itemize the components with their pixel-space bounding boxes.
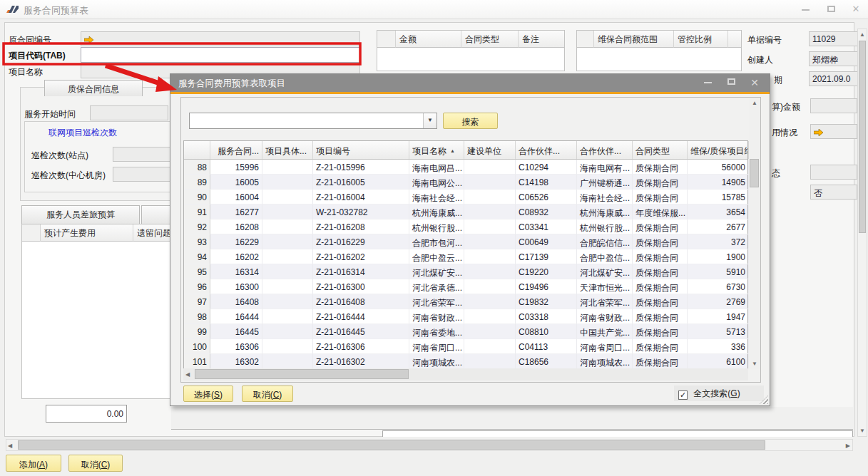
table-cell[interactable]: 16229 — [210, 234, 262, 249]
table-cell[interactable]: 97 — [184, 294, 210, 309]
table-cell[interactable]: C19496 — [516, 279, 577, 294]
table-cell[interactable]: 2677 — [688, 219, 749, 234]
table-cell[interactable]: 质保期合同 — [633, 339, 688, 354]
table-cell[interactable]: Z-21-016408 — [313, 294, 409, 309]
table-cell[interactable] — [464, 309, 516, 324]
table-cell[interactable]: C18656 — [516, 354, 577, 369]
status-field[interactable] — [810, 165, 857, 180]
combo-dropdown-icon[interactable]: ▼ — [423, 113, 436, 128]
table-cell[interactable]: 94 — [184, 249, 210, 264]
table-cell[interactable]: 中国共产党... — [577, 324, 633, 339]
table-cell[interactable] — [262, 279, 313, 294]
table-cell[interactable]: 河北省承德... — [409, 279, 464, 294]
table-cell[interactable] — [262, 175, 313, 190]
table-cell[interactable] — [464, 339, 516, 354]
dialog-hscrollbar[interactable]: ◀ — [183, 368, 748, 381]
table-cell[interactable]: 海南电网有... — [577, 160, 633, 175]
dialog-titlebar[interactable]: 服务合同费用预算表取项目 ✕ — [170, 74, 770, 92]
table-row[interactable]: 9816444Z-21-016444河南省财政...C03318河南省财政...… — [184, 309, 747, 324]
table-cell[interactable] — [262, 160, 313, 175]
table-cell[interactable] — [262, 205, 313, 219]
table-cell[interactable]: Z-21-015996 — [313, 160, 409, 175]
table-cell[interactable]: 河南项城农... — [577, 354, 633, 369]
table-row[interactable]: 9316229Z-21-016229合肥市包河...C00649合肥皖信信...… — [184, 234, 747, 249]
scroll-up-icon[interactable]: ▲ — [752, 100, 757, 106]
table-cell[interactable]: 质保期合同 — [633, 175, 688, 190]
table-cell[interactable]: 56000 — [688, 160, 749, 175]
table-cell[interactable]: C19220 — [516, 264, 577, 279]
table-row[interactable]: 9516314Z-21-016314河北煤矿安...C19220河北煤矿安...… — [184, 264, 747, 279]
table-cell[interactable]: 河南省委地... — [409, 324, 464, 339]
table-cell[interactable]: 99 — [184, 324, 210, 339]
amount-total-field[interactable]: 0.00 — [46, 405, 127, 423]
table-row[interactable]: 9016004Z-21-016004海南社会经...C06526海南社会经...… — [184, 190, 747, 205]
scroll-down-icon[interactable]: ▼ — [859, 428, 865, 434]
table-cell[interactable]: 16208 — [210, 219, 262, 234]
table-cell[interactable]: 95 — [184, 264, 210, 279]
table-cell[interactable]: 合肥中盈信... — [577, 249, 633, 264]
table-cell[interactable]: 合肥市包河... — [409, 234, 464, 249]
table-cell[interactable]: W-21-032782 — [313, 205, 409, 219]
table-cell[interactable]: Z-21-016306 — [313, 339, 409, 354]
table-cell[interactable]: Z-21-016208 — [313, 219, 409, 234]
table-cell[interactable]: Z-21-016445 — [313, 324, 409, 339]
ratio-header[interactable]: 管控比例 — [674, 31, 728, 48]
table-cell[interactable]: 101 — [184, 354, 210, 369]
table-cell[interactable]: 16408 — [210, 294, 262, 309]
table-row[interactable]: 9616300Z-21-016300河北省承德...C19496天津市恒光...… — [184, 279, 747, 294]
table-cell[interactable]: 年度维保服... — [633, 205, 688, 219]
table-cell[interactable]: Z-21-016202 — [313, 249, 409, 264]
table-cell[interactable]: Z-21-016300 — [313, 279, 409, 294]
table-cell[interactable] — [262, 234, 313, 249]
link-arrow-icon[interactable] — [814, 129, 823, 136]
dialog-close-button[interactable]: ✕ — [745, 77, 764, 88]
table-row[interactable]: 9716408Z-21-016408河北省荣军...C19832河北省荣军...… — [184, 294, 747, 309]
search-button[interactable]: 搜索 — [443, 113, 498, 129]
dialog-maximize-button[interactable] — [722, 77, 740, 88]
table-cell[interactable]: 质保期合同 — [633, 264, 688, 279]
flag-field[interactable]: 否 — [810, 185, 857, 200]
table-cell[interactable]: C03318 — [516, 309, 577, 324]
table-cell[interactable]: 质保期合同 — [633, 160, 688, 175]
table-cell[interactable]: 6100 — [688, 354, 749, 369]
window-titlebar[interactable]: 服务合同预算表 ✕ — [0, 0, 868, 19]
table-cell[interactable]: 3654 — [688, 205, 749, 219]
cancel-button[interactable]: 取消(C) — [68, 455, 123, 472]
search-combobox[interactable]: ▼ — [189, 113, 437, 129]
scroll-up-icon[interactable]: ▲ — [859, 31, 865, 38]
table-cell[interactable]: Z-21-016302 — [313, 354, 409, 369]
table-cell[interactable]: 92 — [184, 219, 210, 234]
select-button[interactable]: 选择(S) — [183, 386, 233, 402]
expected-cost-header[interactable]: 预计产生费用 — [41, 224, 133, 242]
table-cell[interactable]: 88 — [184, 160, 210, 175]
table-row[interactable]: 9116277W-21-032782杭州海康威...C08932杭州海康威...… — [184, 205, 747, 219]
scroll-left-icon[interactable]: ◀ — [185, 371, 190, 378]
table-cell[interactable] — [262, 324, 313, 339]
table-row[interactable]: 10116302Z-21-016302河南项城农...C18656河南项城农..… — [184, 354, 747, 369]
table-row[interactable]: 9216208Z-21-016208杭州银行股...C03341杭州银行股...… — [184, 219, 747, 234]
table-cell[interactable]: 372 — [688, 234, 749, 249]
table-cell[interactable]: 16314 — [210, 264, 262, 279]
tab-travel-budget[interactable]: 服务人员差旅预算 — [21, 205, 140, 224]
table-cell[interactable]: 质保期合同 — [633, 324, 688, 339]
table-cell[interactable]: 1900 — [688, 249, 749, 264]
table-cell[interactable]: 16004 — [210, 190, 262, 205]
scroll-left-icon[interactable]: ◀ — [8, 443, 12, 449]
table-cell[interactable]: 93 — [184, 234, 210, 249]
inspection-site-field[interactable] — [113, 147, 171, 162]
table-cell[interactable]: C08932 — [516, 205, 577, 219]
table-cell[interactable]: 5713 — [688, 324, 749, 339]
table-cell[interactable] — [262, 264, 313, 279]
table-cell[interactable] — [464, 219, 516, 234]
column-header[interactable]: 维保/质保项目结 — [688, 141, 749, 159]
doc-number-field[interactable]: 11029 — [809, 31, 858, 46]
table-cell[interactable]: 6730 — [688, 279, 749, 294]
table-cell[interactable]: 质保期合同 — [633, 219, 688, 234]
table-cell[interactable]: 质保期合同 — [633, 279, 688, 294]
table-cell[interactable]: 15785 — [688, 190, 749, 205]
table-cell[interactable]: Z-21-016314 — [313, 264, 409, 279]
table-cell[interactable]: 1947 — [688, 309, 749, 324]
table-cell[interactable]: 16306 — [210, 339, 262, 354]
table-cell[interactable]: 杭州海康威... — [409, 205, 464, 219]
maximize-button[interactable] — [822, 4, 840, 15]
